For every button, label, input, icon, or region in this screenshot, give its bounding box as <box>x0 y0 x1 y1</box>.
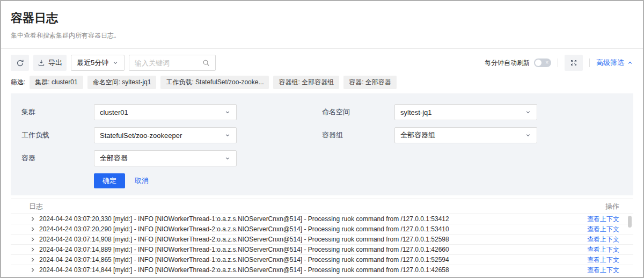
toggle-off-x-icon: × <box>545 58 548 67</box>
page-content: 导出 最近5分钟 每分钟自动刷新 × <box>1 55 643 275</box>
chevron-down-icon <box>112 60 119 66</box>
toolbar-divider <box>589 58 590 67</box>
filter-summary-bar: 筛选: 集群: cluster01 命名空间: syltest-jq1 工作负载… <box>11 76 633 89</box>
log-table-body: 2024-04-24 03:07:20,330 [myid:] - INFO [… <box>11 214 633 275</box>
fullscreen-button[interactable] <box>565 55 583 71</box>
field-container-label: 容器 <box>21 153 94 163</box>
chevron-down-icon <box>525 132 531 138</box>
filter-tag-workload: 工作负载: StatefulSet/zoo-zooke... <box>160 76 269 89</box>
confirm-button[interactable]: 确定 <box>94 173 125 188</box>
refresh-icon <box>16 59 24 67</box>
toggle-knob <box>535 60 541 66</box>
container-select[interactable]: 全部容器 <box>94 150 237 166</box>
advanced-filter-panel: 集群 cluster01 命名空间 syltest-jq1 <box>11 93 633 195</box>
chevron-down-icon <box>224 132 231 138</box>
log-row-text: 2024-04-24 03:07:14,865 [myid:] - INFO [… <box>39 256 581 264</box>
cluster-select-value: cluster01 <box>100 108 128 116</box>
filter-tag-namespace: 命名空间: syltest-jq1 <box>87 76 157 89</box>
page-header: 容器日志 集中查看和搜索集群内所有容器日志。 <box>1 1 643 49</box>
workload-select-value: StatefulSet/zoo-zookeeper <box>100 131 182 140</box>
search-input[interactable] <box>135 59 202 67</box>
field-workload-label: 工作负载 <box>21 130 94 140</box>
field-pod: 容器组 全部容器组 <box>322 127 623 143</box>
advanced-filter-toggle[interactable]: 高级筛选 <box>596 58 633 68</box>
time-range-value: 最近5分钟 <box>77 58 108 68</box>
refresh-button[interactable] <box>11 55 29 71</box>
chevron-right-icon[interactable] <box>30 226 35 232</box>
scrollbar-thumb[interactable] <box>628 216 632 228</box>
namespace-select[interactable]: syltest-jq1 <box>394 104 537 120</box>
export-button[interactable]: 导出 <box>33 55 67 71</box>
log-table-header: 日志 操作 <box>11 199 633 214</box>
filter-tag-pod: 容器组: 全部容器组 <box>273 76 339 89</box>
advanced-filter-label: 高级筛选 <box>596 58 624 68</box>
chevron-down-icon <box>224 155 231 162</box>
page-subtitle: 集中查看和搜索集群内所有容器日志。 <box>11 31 633 40</box>
view-context-link[interactable]: 查看上下文 <box>587 215 619 224</box>
view-context-link[interactable]: 查看上下文 <box>587 245 619 254</box>
log-row-text: 2024-04-24 03:07:20,330 [myid:] - INFO [… <box>39 215 581 223</box>
auto-refresh-label: 每分钟自动刷新 <box>485 58 530 68</box>
toolbar: 导出 最近5分钟 每分钟自动刷新 × <box>11 55 633 71</box>
export-button-label: 导出 <box>48 58 62 68</box>
chevron-right-icon[interactable] <box>30 237 35 242</box>
log-row-text: 2024-04-24 03:07:14,889 [myid:] - INFO [… <box>39 246 581 253</box>
chevron-down-icon <box>224 109 231 115</box>
chevron-up-icon <box>627 60 633 66</box>
view-context-link[interactable]: 查看上下文 <box>587 225 619 234</box>
search-icon[interactable] <box>202 59 210 67</box>
field-workload: 工作负载 StatefulSet/zoo-zookeeper <box>21 127 322 143</box>
log-row: 2024-04-24 03:07:14,844 [myid:] - INFO [… <box>11 265 633 275</box>
panel-actions: 确定 取消 <box>94 173 623 188</box>
field-namespace-label: 命名空间 <box>322 107 394 117</box>
action-column-header: 操作 <box>605 202 619 211</box>
log-row: 2024-04-24 03:07:14,908 [myid:] - INFO [… <box>11 235 633 245</box>
filter-label: 筛选: <box>11 78 25 87</box>
filter-tag-cluster: 集群: cluster01 <box>30 76 83 89</box>
field-cluster-label: 集群 <box>21 107 94 117</box>
chevron-right-icon[interactable] <box>30 216 35 222</box>
pod-select[interactable]: 全部容器组 <box>394 127 537 143</box>
log-row: 2024-04-24 03:07:20,290 [myid:] - INFO [… <box>11 224 633 235</box>
field-container: 容器 全部容器 <box>21 150 322 166</box>
download-icon <box>38 59 45 67</box>
chevron-right-icon[interactable] <box>30 267 35 273</box>
log-row-text: 2024-04-24 03:07:14,908 [myid:] - INFO [… <box>39 236 581 243</box>
time-range-select[interactable]: 最近5分钟 <box>71 55 125 71</box>
log-row-text: 2024-04-24 03:07:14,844 [myid:] - INFO [… <box>39 266 581 274</box>
auto-refresh-toggle[interactable]: × <box>534 58 551 67</box>
filter-tag-container: 容器: 全部容器 <box>343 76 397 89</box>
filter-field-grid: 集群 cluster01 命名空间 syltest-jq1 <box>21 104 623 166</box>
view-context-link[interactable]: 查看上下文 <box>587 255 619 265</box>
field-namespace: 命名空间 syltest-jq1 <box>322 104 623 120</box>
chevron-right-icon[interactable] <box>30 257 35 262</box>
log-row-text: 2024-04-24 03:07:20,290 [myid:] - INFO [… <box>39 225 581 233</box>
toolbar-divider <box>558 58 558 67</box>
cluster-select[interactable]: cluster01 <box>94 104 237 120</box>
chevron-down-icon <box>525 109 531 115</box>
pod-select-value: 全部容器组 <box>400 130 435 140</box>
chevron-right-icon[interactable] <box>30 247 35 252</box>
container-select-value: 全部容器 <box>100 153 128 163</box>
workload-select[interactable]: StatefulSet/zoo-zookeeper <box>94 127 237 143</box>
log-column-header: 日志 <box>29 202 43 211</box>
log-row: 2024-04-24 03:07:20,330 [myid:] - INFO [… <box>11 214 633 224</box>
search-box <box>129 55 216 71</box>
log-table: 日志 操作 2024-04-24 03:07:20,330 [myid:] - … <box>11 199 633 275</box>
field-cluster: 集群 cluster01 <box>21 104 322 120</box>
view-context-link[interactable]: 查看上下文 <box>587 235 619 244</box>
fullscreen-icon <box>570 59 577 67</box>
view-context-link[interactable]: 查看上下文 <box>587 266 619 275</box>
namespace-select-value: syltest-jq1 <box>400 108 432 116</box>
field-pod-label: 容器组 <box>322 130 394 140</box>
log-row: 2024-04-24 03:07:14,865 [myid:] - INFO [… <box>11 255 633 265</box>
cancel-button[interactable]: 取消 <box>135 176 149 186</box>
page-title: 容器日志 <box>11 10 633 26</box>
log-row: 2024-04-24 03:07:14,889 [myid:] - INFO [… <box>11 245 633 255</box>
